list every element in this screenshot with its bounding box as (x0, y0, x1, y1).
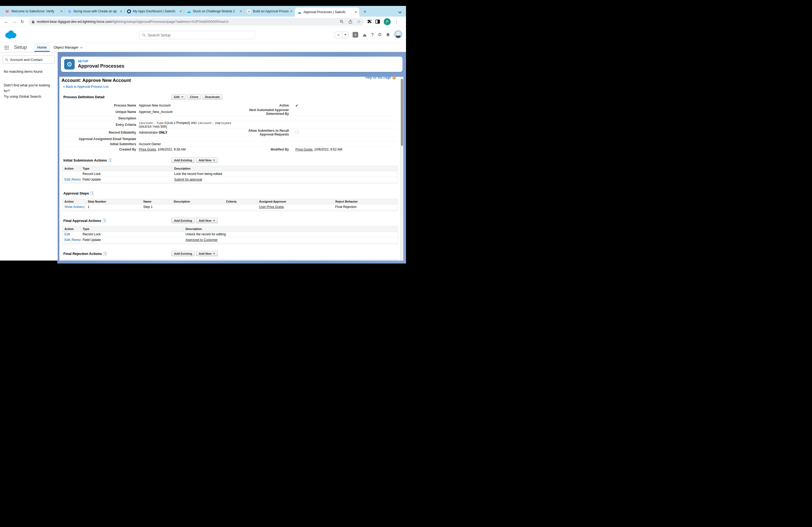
add-existing-button[interactable]: Add Existing (171, 218, 195, 223)
add-new-button[interactable]: Add New (196, 218, 218, 223)
gmail-icon (5, 9, 10, 13)
tab-my-apps-dashboard[interactable]: My Apps Dashboard | Salesfo (125, 6, 184, 17)
add-existing-button[interactable]: Add Existing (171, 251, 195, 256)
favorite-star-icon[interactable] (335, 33, 342, 37)
new-tab-button[interactable] (361, 8, 368, 15)
tab-approval-processes-active[interactable]: Approval Processes | Salesfo (295, 7, 359, 17)
setup-gear-icon[interactable] (378, 32, 382, 37)
help-icon[interactable] (371, 32, 374, 37)
info-icon[interactable] (108, 158, 112, 162)
clone-button[interactable]: Clone (187, 94, 201, 100)
remove-link[interactable]: Remove (72, 238, 81, 242)
quick-find-input[interactable] (10, 58, 52, 62)
tab-trailhead-challenge[interactable]: Stuck on Challenge Module 2 (184, 6, 244, 17)
favorites-control[interactable] (335, 32, 349, 38)
deactivate-button[interactable]: Deactivate (202, 94, 222, 100)
setup-gear-badge-icon (64, 59, 75, 70)
content-scrollbar[interactable] (400, 77, 403, 260)
setup-sidebar: No matching items found Didn't find what… (0, 52, 58, 264)
salesforce-cloud-icon (297, 10, 302, 14)
tab-label: facing issue with Create an ap (74, 10, 118, 13)
forward-button[interactable] (11, 18, 18, 25)
help-for-page[interactable]: Help for this Page (365, 77, 396, 80)
detail-row: Initial Submitters Account Owner (63, 142, 398, 147)
close-icon[interactable] (240, 10, 242, 13)
chevron-down-icon (80, 46, 83, 48)
close-icon[interactable] (290, 10, 292, 13)
add-new-button[interactable]: Add New (196, 251, 218, 256)
favorites-dropdown[interactable] (342, 32, 348, 38)
hint-line-1: Didn't find what you're looking for? (4, 82, 54, 94)
url-bar[interactable]: resilient-bear-8gqgud-dev-ed.lightning.f… (28, 18, 364, 26)
close-icon[interactable] (355, 10, 357, 14)
side-panel-icon[interactable] (375, 19, 380, 24)
help-link[interactable]: Help for this Page (365, 77, 391, 79)
tab-gmail-welcome[interactable]: Welcome to Salesforce: Verify (3, 6, 65, 17)
edit-link[interactable]: Edit (64, 178, 70, 181)
setup-search-input[interactable] (148, 33, 252, 37)
tab-object-manager[interactable]: Object Manager (51, 43, 86, 52)
tab-google-search[interactable]: facing issue with Create an ap (65, 6, 125, 17)
edit-link[interactable]: Edit (64, 238, 70, 242)
section-process-definition: Process Definition Detail Edit Clone Dea… (63, 95, 396, 100)
quick-create-icon[interactable] (352, 32, 358, 37)
zoom-icon[interactable] (340, 19, 344, 24)
tab-label: Welcome to Salesforce: Verify (11, 10, 59, 13)
tab-object-manager-label: Object Manager (54, 45, 79, 49)
global-search-hint: Didn't find what you're looking for? Try… (4, 82, 54, 99)
table-row: Record Lock Lock the record from being e… (62, 171, 398, 177)
sidebar-quick-find[interactable] (3, 56, 55, 64)
browser-menu-icon[interactable] (394, 19, 398, 24)
created-by-link[interactable]: Priya Gupta (139, 148, 156, 151)
setup-nav-bar: Setup Home Object Manager (0, 43, 406, 52)
scrollbar-thumb[interactable] (401, 79, 403, 146)
info-icon[interactable] (90, 191, 94, 195)
setup-brand-label: Setup (14, 45, 27, 50)
tab-label: My Apps Dashboard | Salesfo (133, 10, 178, 13)
allow-recall-checkbox[interactable] (295, 131, 299, 134)
bookmark-star-icon[interactable] (357, 19, 361, 24)
main-region: SETUP Approval Processes Help for this P… (58, 52, 406, 264)
modified-by-link[interactable]: Priya Gupta (295, 148, 312, 151)
trailhead-help-icon[interactable] (362, 33, 367, 37)
section-initial-submission: Initial Submission Actions Add Existing … (63, 158, 396, 164)
tab-list-chevron-icon[interactable] (398, 10, 402, 13)
caret-down-icon (181, 96, 184, 98)
url-path: /lightning/setup/ApprovalProcesses/page?… (112, 19, 229, 24)
approver-link[interactable]: User:Priya Gupta (259, 205, 284, 209)
share-icon[interactable] (349, 19, 352, 24)
user-avatar[interactable] (394, 30, 402, 39)
close-icon[interactable] (120, 10, 122, 13)
url-text: resilient-bear-8gqgud-dev-ed.lightning.f… (37, 19, 229, 24)
setup-page-header: SETUP Approval Processes (61, 57, 403, 72)
close-icon[interactable] (180, 10, 182, 13)
tab-label: Build an Approval Process Un (253, 10, 289, 13)
field-update-link[interactable]: Submit for approval (174, 178, 202, 181)
extensions-puzzle-icon[interactable] (367, 19, 372, 24)
setup-search-box[interactable] (139, 31, 255, 39)
salesforce-global-header (0, 27, 406, 43)
reload-button[interactable] (19, 18, 26, 25)
info-icon[interactable] (103, 219, 106, 222)
detail-row: Entry Criteria (Account: Type EQUALS Pro… (63, 121, 398, 129)
back-button[interactable] (3, 18, 10, 25)
info-icon[interactable] (103, 252, 107, 255)
edit-link[interactable]: Edit (64, 232, 70, 236)
table-row: Edit Record Lock Unlock the record for e… (62, 231, 398, 237)
field-update-link[interactable]: Approved to Customer (186, 238, 218, 242)
app-launcher-icon[interactable] (4, 45, 9, 50)
show-actions-link[interactable]: Show Actions (64, 205, 84, 209)
tab-home[interactable]: Home (34, 43, 50, 52)
tab-build-approval-process[interactable]: Build an Approval Process Un (244, 6, 295, 17)
browser-profile-avatar[interactable]: P (384, 18, 391, 25)
close-icon[interactable] (60, 10, 62, 13)
edit-button[interactable]: Edit (171, 94, 186, 100)
notifications-bell-icon[interactable] (386, 32, 390, 37)
back-to-list-link[interactable]: « Back to Approval Process List (63, 85, 108, 89)
add-existing-button[interactable]: Add Existing (171, 157, 195, 163)
table-row: Edit|Remove Field Update Approved to Cus… (62, 237, 398, 243)
remove-link[interactable]: Remove (72, 178, 81, 181)
add-new-button[interactable]: Add New (196, 157, 218, 163)
salesforce-logo (4, 30, 18, 40)
google-icon (68, 9, 72, 13)
